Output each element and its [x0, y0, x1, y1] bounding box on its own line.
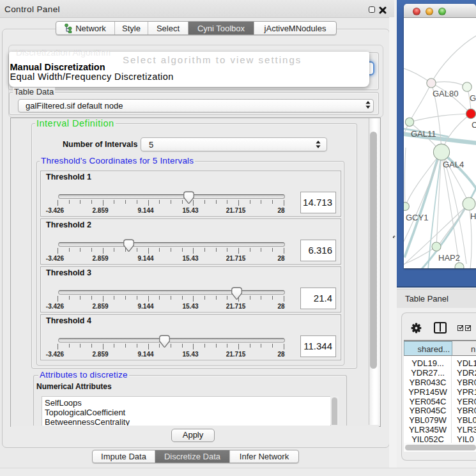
svg-text:G...: G... — [470, 93, 476, 103]
svg-text:GAL80: GAL80 — [433, 89, 458, 98]
svg-text:GAL4: GAL4 — [443, 160, 464, 169]
svg-text:H: H — [470, 211, 476, 221]
svg-text:GCY1: GCY1 — [406, 213, 428, 222]
svg-text:HAP2: HAP2 — [438, 253, 460, 263]
svg-text:GAL11: GAL11 — [411, 129, 436, 139]
svg-text:C: C — [472, 120, 476, 130]
